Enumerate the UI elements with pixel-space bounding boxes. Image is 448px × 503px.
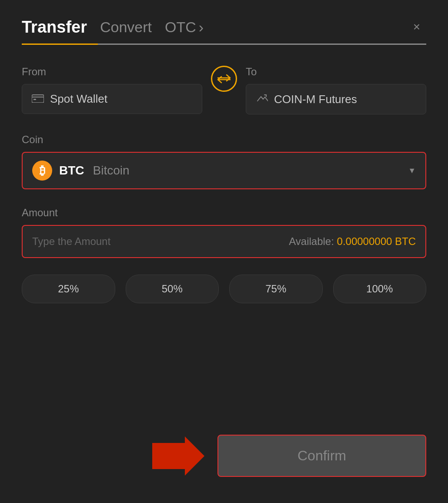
from-wallet-selector[interactable]: Spot Wallet bbox=[22, 84, 202, 114]
swap-button[interactable] bbox=[211, 66, 237, 92]
percentage-buttons: 25% 50% 75% 100% bbox=[22, 275, 426, 303]
chevron-down-icon: ▼ bbox=[408, 166, 416, 175]
pct-75-button[interactable]: 75% bbox=[229, 275, 323, 303]
futures-icon bbox=[256, 92, 268, 106]
available-value: 0.00000000 BTC bbox=[337, 235, 416, 247]
to-wallet-selector[interactable]: COIN-M Futures bbox=[246, 84, 426, 114]
amount-input-box: Type the Amount Available: 0.00000000 BT… bbox=[22, 225, 426, 258]
amount-placeholder[interactable]: Type the Amount bbox=[32, 235, 110, 248]
coin-section: Coin ₿ BTC Bitcoin ▼ bbox=[22, 134, 426, 189]
from-label: From bbox=[22, 66, 202, 78]
arrow-container bbox=[22, 436, 204, 476]
pct-50-button[interactable]: 50% bbox=[126, 275, 219, 303]
confirm-button[interactable]: Confirm bbox=[217, 435, 426, 477]
red-arrow-icon bbox=[152, 436, 204, 476]
close-button[interactable]: × bbox=[407, 17, 426, 37]
from-field: From Spot Wallet bbox=[22, 66, 202, 114]
wallet-icon bbox=[32, 93, 44, 105]
tab-convert[interactable]: Convert bbox=[100, 19, 152, 36]
coin-full-name: Bitcoin bbox=[93, 164, 130, 178]
svg-rect-0 bbox=[32, 95, 44, 103]
available-balance: Available: 0.00000000 BTC bbox=[289, 235, 416, 248]
bottom-section: Confirm bbox=[22, 426, 426, 477]
swap-section bbox=[202, 66, 246, 94]
coin-selector[interactable]: ₿ BTC Bitcoin ▼ bbox=[22, 152, 426, 189]
tab-active-indicator bbox=[22, 44, 98, 45]
chevron-right-icon: › bbox=[199, 19, 204, 36]
available-label: Available: bbox=[289, 235, 334, 247]
modal-container: Transfer Convert OTC › × From Spot Walle bbox=[0, 0, 448, 503]
tab-transfer[interactable]: Transfer bbox=[22, 18, 87, 37]
pct-25-button[interactable]: 25% bbox=[22, 275, 115, 303]
svg-rect-1 bbox=[33, 99, 36, 100]
to-field: To COIN-M Futures bbox=[246, 66, 426, 114]
coin-symbol: BTC bbox=[59, 164, 84, 178]
modal-header: Transfer Convert OTC › × bbox=[22, 17, 426, 37]
pct-100-button[interactable]: 100% bbox=[333, 275, 427, 303]
tab-underline bbox=[22, 44, 426, 45]
to-wallet-name: COIN-M Futures bbox=[274, 93, 357, 106]
to-label: To bbox=[246, 66, 426, 78]
btc-icon: ₿ bbox=[32, 161, 52, 181]
coin-label: Coin bbox=[22, 134, 426, 146]
amount-section: Amount Type the Amount Available: 0.0000… bbox=[22, 207, 426, 258]
from-wallet-name: Spot Wallet bbox=[50, 92, 107, 106]
tab-otc[interactable]: OTC › bbox=[165, 19, 204, 36]
amount-label: Amount bbox=[22, 207, 426, 219]
svg-marker-2 bbox=[152, 436, 204, 476]
from-to-section: From Spot Wallet bbox=[22, 66, 426, 114]
